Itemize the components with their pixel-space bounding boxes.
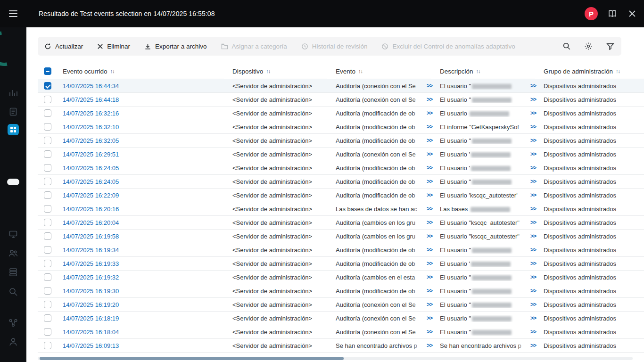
sort-icon[interactable]: ↑↓ <box>358 68 363 74</box>
event-time-link[interactable]: 14/07/2025 16:09:13 <box>63 342 119 349</box>
expand-description-link[interactable]: >> <box>530 288 536 294</box>
event-time-link[interactable]: 14/07/2025 16:32:16 <box>63 110 119 117</box>
filter-icon[interactable] <box>605 41 615 51</box>
account-icon[interactable] <box>0 335 26 348</box>
table-row[interactable]: 14/07/2025 16:18:04 <Servidor de adminis… <box>38 325 644 339</box>
event-time-link[interactable]: 14/07/2025 16:44:18 <box>63 96 119 103</box>
export-button[interactable]: Exportar a archivo <box>144 43 207 50</box>
sort-icon[interactable]: ↑↓ <box>110 68 115 74</box>
table-row[interactable]: 14/07/2025 16:44:34 <Servidor de adminis… <box>38 79 644 93</box>
settings-icon[interactable] <box>584 41 593 51</box>
expand-description-link[interactable]: >> <box>530 233 536 239</box>
expand-description-link[interactable]: >> <box>530 260 536 267</box>
expand-event-link[interactable]: >> <box>427 96 432 103</box>
assets-icon-active[interactable] <box>0 123 26 136</box>
event-time-link[interactable]: 14/07/2025 16:24:05 <box>63 178 119 185</box>
expand-event-link[interactable]: >> <box>427 329 432 335</box>
expand-description-link[interactable]: >> <box>530 315 536 321</box>
table-row[interactable]: 14/07/2025 16:18:19 <Servidor de adminis… <box>38 312 644 325</box>
expand-event-link[interactable]: >> <box>427 233 432 239</box>
table-row[interactable]: 14/07/2025 16:24:05 <Servidor de adminis… <box>38 161 644 175</box>
row-checkbox[interactable] <box>44 191 51 199</box>
expand-event-link[interactable]: >> <box>427 137 432 144</box>
expand-description-link[interactable]: >> <box>530 82 536 89</box>
expand-event-link[interactable]: >> <box>427 123 432 130</box>
row-checkbox[interactable] <box>44 328 51 336</box>
row-checkbox[interactable] <box>44 82 51 90</box>
expand-event-link[interactable]: >> <box>427 274 432 280</box>
horizontal-scrollbar-thumb[interactable] <box>40 357 344 360</box>
table-row[interactable]: 14/07/2025 16:19:30 <Servidor de adminis… <box>38 284 644 298</box>
documentation-icon[interactable] <box>607 8 618 19</box>
table-row[interactable]: 14/07/2025 16:22:09 <Servidor de adminis… <box>38 189 644 202</box>
row-checkbox[interactable] <box>44 123 51 131</box>
expand-event-link[interactable]: >> <box>427 342 432 349</box>
expand-description-link[interactable]: >> <box>530 151 536 157</box>
refresh-button[interactable]: Actualizar <box>44 43 83 50</box>
table-row[interactable]: 14/07/2025 16:24:05 <Servidor de adminis… <box>38 175 644 189</box>
event-time-link[interactable]: 14/07/2025 16:18:04 <box>63 329 119 336</box>
bug-report-badge[interactable]: P <box>585 7 598 20</box>
expand-event-link[interactable]: >> <box>427 288 432 294</box>
expand-event-link[interactable]: >> <box>427 315 432 321</box>
row-checkbox[interactable] <box>44 178 51 185</box>
table-row[interactable]: 14/07/2025 16:19:33 <Servidor de adminis… <box>38 257 644 271</box>
expand-description-link[interactable]: >> <box>530 123 536 130</box>
expand-description-link[interactable]: >> <box>530 96 536 103</box>
table-row[interactable]: 14/07/2025 16:32:16 <Servidor de adminis… <box>38 107 644 120</box>
delete-button[interactable]: Eliminar <box>97 43 130 50</box>
expand-description-link[interactable]: >> <box>530 178 536 185</box>
row-checkbox[interactable] <box>44 164 51 172</box>
row-checkbox[interactable] <box>44 96 51 103</box>
expand-event-link[interactable]: >> <box>427 247 432 253</box>
row-checkbox[interactable] <box>44 342 51 349</box>
expand-description-link[interactable]: >> <box>530 110 536 116</box>
row-checkbox[interactable] <box>44 301 51 308</box>
expand-event-link[interactable]: >> <box>427 110 432 116</box>
expand-description-link[interactable]: >> <box>530 137 536 144</box>
storage-icon[interactable] <box>0 265 26 279</box>
sort-icon[interactable]: ↑↓ <box>616 68 620 74</box>
expand-event-link[interactable]: >> <box>427 260 432 267</box>
row-checkbox[interactable] <box>44 219 51 226</box>
row-checkbox[interactable] <box>44 205 51 213</box>
event-time-link[interactable]: 14/07/2025 16:20:04 <box>63 219 119 226</box>
expand-description-link[interactable]: >> <box>530 165 536 171</box>
table-row[interactable]: 14/07/2025 16:09:13 <Servidor de adminis… <box>38 339 644 353</box>
table-row[interactable]: 14/07/2025 16:20:16 <Servidor de adminis… <box>38 202 644 216</box>
table-row[interactable]: 14/07/2025 16:19:58 <Servidor de adminis… <box>38 230 644 243</box>
expand-event-link[interactable]: >> <box>427 206 432 212</box>
event-time-link[interactable]: 14/07/2025 16:19:20 <box>63 301 119 308</box>
sort-icon[interactable]: ↑↓ <box>266 68 270 74</box>
row-checkbox[interactable] <box>44 109 51 117</box>
row-checkbox[interactable] <box>44 273 51 281</box>
expand-description-link[interactable]: >> <box>530 329 536 335</box>
table-row[interactable]: 14/07/2025 16:20:04 <Servidor de adminis… <box>38 216 644 230</box>
event-time-link[interactable]: 14/07/2025 16:32:05 <box>63 137 119 144</box>
event-time-link[interactable]: 14/07/2025 16:19:33 <box>63 260 119 267</box>
row-checkbox[interactable] <box>44 150 51 158</box>
search-icon[interactable] <box>562 41 571 51</box>
expand-event-link[interactable]: >> <box>427 301 432 308</box>
expand-description-link[interactable]: >> <box>530 274 536 280</box>
horizontal-scrollbar-track[interactable] <box>38 357 633 360</box>
row-checkbox[interactable] <box>44 232 51 240</box>
header-evento[interactable]: Evento ↑↓ <box>336 63 440 79</box>
users-icon[interactable] <box>0 247 26 260</box>
table-row[interactable]: 14/07/2025 16:32:05 <Servidor de adminis… <box>38 134 644 148</box>
expand-event-link[interactable]: >> <box>427 192 432 198</box>
event-time-link[interactable]: 14/07/2025 16:29:51 <box>63 151 119 158</box>
row-checkbox[interactable] <box>44 260 51 267</box>
table-row[interactable]: 14/07/2025 16:19:34 <Servidor de adminis… <box>38 243 644 257</box>
expand-event-link[interactable]: >> <box>427 219 432 226</box>
expand-event-link[interactable]: >> <box>427 178 432 185</box>
select-all-checkbox[interactable] <box>44 67 51 75</box>
event-time-link[interactable]: 14/07/2025 16:44:34 <box>63 82 119 90</box>
header-dispositivo[interactable]: Dispositivo ↑↓ <box>232 63 336 79</box>
row-checkbox[interactable] <box>44 287 51 295</box>
event-time-link[interactable]: 14/07/2025 16:22:09 <box>63 192 119 199</box>
event-time-link[interactable]: 14/07/2025 16:19:58 <box>63 233 119 240</box>
expand-description-link[interactable]: >> <box>530 247 536 253</box>
expand-description-link[interactable]: >> <box>530 192 536 198</box>
table-row[interactable]: 14/07/2025 16:19:20 <Servidor de adminis… <box>38 298 644 312</box>
